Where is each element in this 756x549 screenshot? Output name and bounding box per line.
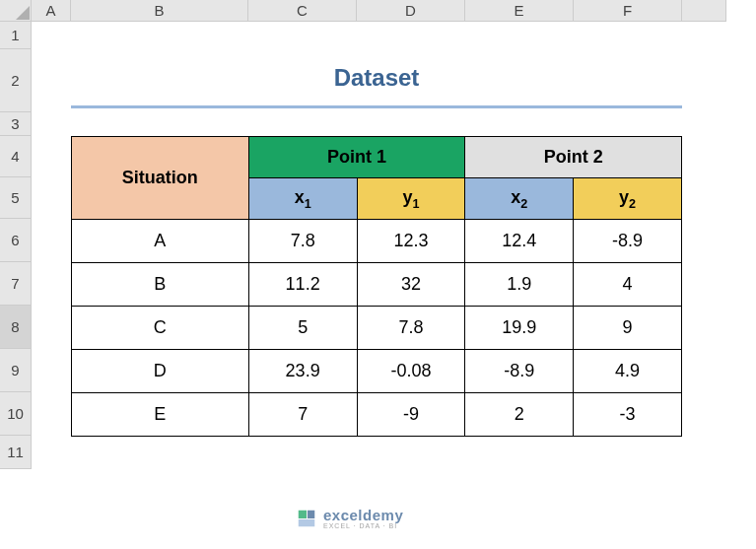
row-header-10[interactable]: 10 [0, 392, 32, 436]
cell-x2[interactable]: -8.9 [465, 350, 574, 393]
cell-y1[interactable]: 12.3 [357, 220, 465, 263]
cell-situation[interactable]: D [72, 350, 249, 393]
row-header-3[interactable]: 3 [0, 112, 32, 136]
cell-y2[interactable]: 9 [574, 307, 682, 350]
col-header-b[interactable]: B [71, 0, 248, 22]
row-header-4[interactable]: 4 [0, 136, 32, 177]
cell-situation[interactable]: A [72, 220, 249, 263]
cell-x1[interactable]: 5 [248, 307, 357, 350]
data-table: Situation Point 1 Point 2 x1 y1 x2 y2 A … [71, 136, 682, 437]
col-header-c[interactable]: C [248, 0, 357, 22]
header-point2[interactable]: Point 2 [465, 137, 682, 178]
cell-x2[interactable]: 12.4 [465, 220, 574, 263]
table-row: A 7.8 12.3 12.4 -8.9 [72, 220, 682, 263]
row-header-5[interactable]: 5 [0, 177, 32, 219]
cell-x2[interactable]: 2 [465, 393, 574, 437]
cell-x2[interactable]: 19.9 [465, 307, 574, 350]
table-row: C 5 7.8 19.9 9 [72, 307, 682, 350]
table-row: D 23.9 -0.08 -8.9 4.9 [72, 350, 682, 393]
cell-situation[interactable]: E [72, 393, 249, 437]
cell-x1[interactable]: 7 [248, 393, 357, 437]
cell-y1[interactable]: 32 [357, 263, 465, 307]
sheet-title: Dataset [71, 49, 682, 108]
row-header-7[interactable]: 7 [0, 262, 32, 306]
header-x1[interactable]: x1 [248, 178, 357, 220]
col-header-blank[interactable] [682, 0, 726, 22]
col-header-d[interactable]: D [357, 0, 465, 22]
row-header-2[interactable]: 2 [0, 49, 32, 112]
row-header-9[interactable]: 9 [0, 349, 32, 392]
watermark: exceldemy EXCEL · DATA · BI [296, 508, 403, 529]
header-y1[interactable]: y1 [357, 178, 465, 220]
table-row: B 11.2 32 1.9 4 [72, 263, 682, 307]
cell-situation[interactable]: B [72, 263, 249, 307]
cell-y2[interactable]: 4 [574, 263, 682, 307]
cell-x1[interactable]: 23.9 [248, 350, 357, 393]
col-header-f[interactable]: F [574, 0, 682, 22]
cell-y1[interactable]: 7.8 [357, 307, 465, 350]
header-point1[interactable]: Point 1 [248, 137, 465, 178]
watermark-tag: EXCEL · DATA · BI [323, 522, 403, 529]
cell-x1[interactable]: 7.8 [248, 220, 357, 263]
row-header-8[interactable]: 8 [0, 306, 32, 349]
cell-y2[interactable]: -3 [574, 393, 682, 437]
spreadsheet-grid: A B C D E F 1 2 3 4 5 6 7 8 9 10 11 Data… [0, 0, 756, 469]
cell-y2[interactable]: -8.9 [574, 220, 682, 263]
watermark-brand: exceldemy [323, 508, 403, 522]
header-x2[interactable]: x2 [465, 178, 574, 220]
col-header-e[interactable]: E [465, 0, 574, 22]
row-header-6[interactable]: 6 [0, 219, 32, 262]
row-header-11[interactable]: 11 [0, 436, 32, 469]
row-header-1[interactable]: 1 [0, 22, 32, 49]
cell-x1[interactable]: 11.2 [248, 263, 357, 307]
cell-x2[interactable]: 1.9 [465, 263, 574, 307]
cell-y1[interactable]: -0.08 [357, 350, 465, 393]
table-row: E 7 -9 2 -3 [72, 393, 682, 437]
cell-situation[interactable]: C [72, 307, 249, 350]
header-y2[interactable]: y2 [574, 178, 682, 220]
exceldemy-icon [296, 508, 317, 529]
cell-y1[interactable]: -9 [357, 393, 465, 437]
cell-y2[interactable]: 4.9 [574, 350, 682, 393]
col-header-a[interactable]: A [32, 0, 71, 22]
select-all-corner[interactable] [0, 0, 32, 22]
header-situation[interactable]: Situation [72, 137, 249, 220]
